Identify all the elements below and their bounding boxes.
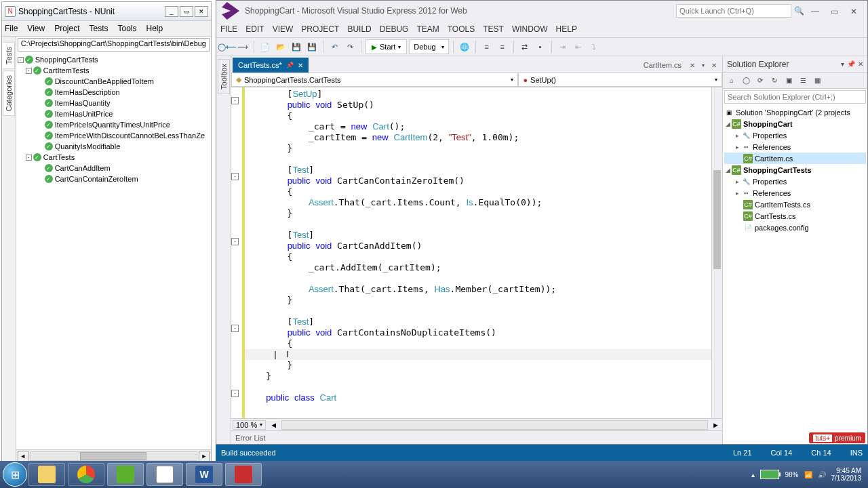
vs-titlebar[interactable]: ShoppingCart - Microsoft Visual Studio E… xyxy=(216,1,867,21)
step-button[interactable]: ⇥ xyxy=(556,40,570,54)
refresh-icon[interactable]: ↻ xyxy=(768,75,781,87)
nunit-maximize-button[interactable]: ▭ xyxy=(180,6,193,17)
tree-item[interactable]: CartItem.cs xyxy=(755,155,793,163)
fold-icon[interactable]: - xyxy=(231,173,239,180)
step-button[interactable]: ⇤ xyxy=(572,40,585,54)
volume-icon[interactable]: 🔊 xyxy=(818,471,826,479)
tab-carttests[interactable]: CartTests.cs* 📌 ✕ xyxy=(233,58,309,73)
vs-close-button[interactable]: ✕ xyxy=(846,7,862,16)
tree-test[interactable]: ItemPriceIsQuantityTimesUnitPrice xyxy=(55,121,170,129)
outline-gutter[interactable]: - - - - - xyxy=(231,87,242,418)
tree-item[interactable]: Properties xyxy=(753,178,787,186)
taskbar-app[interactable] xyxy=(225,463,262,486)
home-icon[interactable]: ⌂ xyxy=(726,75,738,87)
taskbar-explorer[interactable] xyxy=(28,463,65,486)
nunit-tab-categories[interactable]: Categories xyxy=(3,70,15,116)
browser-button[interactable]: 🌐 xyxy=(458,40,471,54)
nav-back-button[interactable]: ◯⟵ xyxy=(220,40,234,54)
properties-icon[interactable]: ☰ xyxy=(797,75,809,87)
nunit-menu-tools[interactable]: Tools xyxy=(118,24,137,33)
nunit-tab-tests[interactable]: Tests xyxy=(3,42,15,69)
nunit-menu-file[interactable]: File xyxy=(5,24,18,33)
save-all-button[interactable]: 💾 xyxy=(305,40,319,54)
editor-hscrollbar[interactable] xyxy=(281,420,708,430)
open-file-button[interactable]: 📂 xyxy=(274,40,288,54)
nunit-hscrollbar[interactable]: ◄ ► xyxy=(16,449,211,462)
expand-icon[interactable]: - xyxy=(26,68,32,74)
expand-icon[interactable]: ◢ xyxy=(724,167,732,174)
tree-test[interactable]: QuanityIsModifiable xyxy=(55,142,121,150)
taskbar-chrome[interactable] xyxy=(68,463,104,486)
start-debug-button[interactable]: ▶Start▾ xyxy=(366,39,407,54)
scroll-left-icon[interactable]: ◄ xyxy=(18,451,28,462)
menu-window[interactable]: WINDOW xyxy=(512,24,548,34)
menu-tools[interactable]: TOOLS xyxy=(448,24,475,34)
tree-test[interactable]: CartCanContainZeroItem xyxy=(55,175,138,183)
save-button[interactable]: 💾 xyxy=(290,40,303,54)
nunit-menu-view[interactable]: View xyxy=(27,24,45,33)
class-dropdown[interactable]: ◆ShoppingCartTests.CartTests▾ xyxy=(231,73,518,87)
network-icon[interactable]: 📶 xyxy=(804,471,812,479)
menu-build[interactable]: BUILD xyxy=(347,24,371,34)
tree-item[interactable]: References xyxy=(753,189,791,197)
tree-test[interactable]: ItemPriceWithDiscountCannotBeLessThanZe xyxy=(55,131,205,140)
project-node[interactable]: ShoppingCartTests xyxy=(743,166,812,174)
code-editor[interactable]: [SetUp] public void SetUp() { _cart = ne… xyxy=(245,87,711,418)
menu-file[interactable]: FILE xyxy=(220,24,237,34)
solution-node[interactable]: Solution 'ShoppingCart' (2 projects xyxy=(736,108,850,117)
fold-icon[interactable]: - xyxy=(231,238,239,245)
pin-icon[interactable]: 📌 xyxy=(286,62,294,68)
expand-icon[interactable]: - xyxy=(26,155,32,161)
taskbar-word[interactable]: W xyxy=(186,463,222,486)
tree-group[interactable]: CartItemTests xyxy=(43,66,90,75)
chevron-down-icon[interactable]: ▾ xyxy=(702,62,705,68)
expand-icon[interactable]: ▸ xyxy=(734,190,741,197)
tree-test[interactable]: ItemHasDescription xyxy=(55,88,120,96)
nav-forward-button[interactable]: ⟶ xyxy=(236,40,250,54)
bookmark-button[interactable]: ▪ xyxy=(534,40,547,54)
menu-project[interactable]: PROJECT xyxy=(301,24,339,34)
nunit-menu-project[interactable]: Project xyxy=(54,24,79,33)
menu-team[interactable]: TEAM xyxy=(416,24,439,34)
toolbox-tab[interactable]: Toolbox xyxy=(218,59,230,94)
tree-item[interactable]: CartTests.cs xyxy=(755,212,796,220)
close-all-icon[interactable]: ✕ xyxy=(711,62,717,69)
expand-icon[interactable]: ▸ xyxy=(734,132,741,139)
back-icon[interactable]: ◯ xyxy=(740,75,752,87)
vs-minimize-button[interactable]: — xyxy=(807,7,823,16)
toggle-button[interactable]: ⇄ xyxy=(518,40,532,54)
comment-button[interactable]: ≡ xyxy=(480,40,494,54)
close-icon[interactable]: ✕ xyxy=(690,62,695,69)
tree-test[interactable]: CartCanAddItem xyxy=(55,164,111,172)
menu-debug[interactable]: DEBUG xyxy=(380,24,409,34)
scroll-left-icon[interactable]: ◄ xyxy=(267,421,280,429)
error-list-tab[interactable]: Error List xyxy=(231,430,722,444)
fold-icon[interactable]: - xyxy=(231,390,239,397)
project-node[interactable]: ShoppingCart xyxy=(743,120,793,128)
scroll-right-icon[interactable]: ► xyxy=(709,421,722,429)
expand-icon[interactable]: ◢ xyxy=(724,121,732,127)
search-icon[interactable]: 🔍 xyxy=(794,6,804,16)
nunit-close-button[interactable]: ✕ xyxy=(195,6,208,17)
editor-vscrollbar[interactable] xyxy=(711,87,722,418)
vs-maximize-button[interactable]: ▭ xyxy=(827,7,843,16)
nunit-menu-tests[interactable]: Tests xyxy=(90,24,108,33)
config-dropdown[interactable]: Debug▾ xyxy=(409,39,448,54)
menu-view[interactable]: VIEW xyxy=(273,24,294,34)
tray-time[interactable]: 9:45 AM xyxy=(831,467,862,474)
tab-cartitem[interactable]: CartItem.cs ✕ ▾ ✕ xyxy=(638,58,722,73)
pin-icon[interactable]: 📌 xyxy=(847,60,855,68)
fold-icon[interactable]: - xyxy=(231,325,239,332)
new-project-button[interactable]: 📄 xyxy=(258,40,272,54)
tree-test[interactable]: DiscountCanBeAppliedToItem xyxy=(55,77,154,85)
nunit-test-tree[interactable]: -✓ShoppingCartTests -✓CartItemTests ✓Dis… xyxy=(16,53,211,449)
nunit-path-field[interactable]: C:\Projects\ShoppingCart\ShoppingCartTes… xyxy=(18,38,210,52)
menu-test[interactable]: TEST xyxy=(483,24,504,34)
collapse-icon[interactable]: ▣ xyxy=(783,75,795,87)
menu-help[interactable]: HELP xyxy=(556,24,577,34)
tree-item[interactable]: packages.config xyxy=(755,224,809,232)
tree-item[interactable]: CartItemTests.cs xyxy=(755,201,810,209)
tree-item[interactable]: References xyxy=(753,143,791,151)
step-button[interactable]: ⤵ xyxy=(587,40,601,54)
tree-root[interactable]: ShoppingCartTests xyxy=(35,56,98,64)
